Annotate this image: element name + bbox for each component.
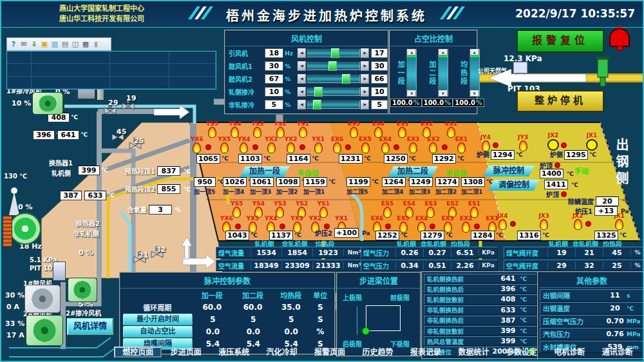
toolbar-icon[interactable]: ✉ bbox=[19, 40, 28, 49]
slider-up-arrow[interactable]: ▲ bbox=[439, 49, 448, 55]
param-value[interactable]: 60.0 bbox=[192, 303, 232, 312]
cooling-fan-2-icon[interactable] bbox=[68, 278, 97, 302]
burner-label: YX3 bbox=[290, 215, 303, 222]
slider-down-arrow[interactable]: ▼ bbox=[407, 90, 416, 97]
slider-left-arrow[interactable]: ◀ bbox=[298, 87, 306, 97]
fan-setpoint-box[interactable]: 17 bbox=[371, 48, 388, 58]
slider-right-arrow[interactable]: ▶ bbox=[361, 61, 369, 71]
nav-tab[interactable]: 汽化冷却 bbox=[258, 347, 305, 359]
burner: YS4 bbox=[229, 120, 241, 138]
param-value[interactable]: 5 bbox=[193, 315, 233, 324]
slider-right-arrow[interactable]: ▶ bbox=[361, 87, 369, 97]
blower-1-icon[interactable] bbox=[24, 285, 61, 313]
nav-tab[interactable]: 报警页面 bbox=[306, 347, 354, 359]
nav-tab[interactable]: 数据统计 bbox=[450, 347, 497, 359]
nav-tab[interactable]: 报表记录 bbox=[402, 347, 450, 359]
param-value[interactable]: 35.0 bbox=[273, 303, 308, 312]
fan-value-box[interactable]: 10 bbox=[265, 87, 284, 97]
toolbar-icon[interactable]: ▤ bbox=[61, 40, 70, 49]
nav-tab[interactable]: 通讯诊断 bbox=[594, 347, 641, 359]
red-dot bbox=[299, 144, 305, 150]
blower-2-icon[interactable] bbox=[26, 315, 63, 346]
nav-tab[interactable]: 步进页面 bbox=[162, 347, 209, 359]
burner-label: YX1 bbox=[335, 215, 348, 222]
nav-tab[interactable]: 电机诊断 bbox=[545, 347, 593, 359]
pulse-control-button[interactable]: 脉冲控制 bbox=[483, 166, 535, 176]
toolbar-icon[interactable]: ▣ bbox=[40, 40, 49, 49]
zone1-button[interactable]: 加热一段 bbox=[240, 166, 290, 177]
slider-thumb[interactable] bbox=[314, 87, 323, 97]
param-value[interactable]: 0.0 bbox=[193, 327, 233, 336]
param-label[interactable]: 最小开启时间 bbox=[123, 314, 193, 325]
duty-value-box[interactable]: 100.0% bbox=[453, 99, 484, 107]
burner: EX3 bbox=[407, 136, 419, 153]
burner-row-zone1-upper-top: YS5YS4YS3YS2YS1 bbox=[206, 120, 309, 138]
toolbar-icon[interactable]: ◫ bbox=[71, 40, 80, 49]
burner: JX3 bbox=[538, 213, 549, 230]
fan-setpoint-box[interactable]: 66 bbox=[371, 74, 388, 84]
temp-readout: 1103℃ bbox=[238, 154, 270, 164]
temp-readout: 1164℃ bbox=[287, 154, 319, 164]
toolbar-icon[interactable]: ▥ bbox=[50, 40, 59, 49]
fan-value-box[interactable]: 18 bbox=[265, 48, 284, 58]
fan-value-box[interactable]: 5 bbox=[265, 100, 284, 110]
fan-slider[interactable] bbox=[307, 88, 360, 96]
slider-right-arrow[interactable]: ▶ bbox=[361, 100, 369, 110]
cooling-fan-1-icon[interactable] bbox=[32, 92, 63, 115]
induced-draft-fan-icon[interactable] bbox=[9, 213, 41, 245]
param-value[interactable]: 5 bbox=[274, 315, 309, 324]
alarm-reset-button[interactable]: 报警复位 bbox=[516, 30, 604, 53]
fan-setpoint-box[interactable]: 10 bbox=[371, 87, 388, 97]
alarm-list[interactable] bbox=[6, 51, 216, 90]
fan-setpoint-box[interactable]: 5 bbox=[371, 100, 388, 110]
param-value[interactable]: 60.0 bbox=[232, 303, 273, 312]
red-dot bbox=[510, 221, 516, 227]
slider-left-arrow[interactable]: ◀ bbox=[298, 74, 306, 84]
slider-thumb[interactable] bbox=[331, 48, 339, 58]
slider-right-arrow[interactable]: ▶ bbox=[361, 48, 369, 58]
param-value[interactable]: 5 bbox=[233, 315, 274, 324]
fan-setpoint-box[interactable]: 30 bbox=[371, 61, 388, 71]
toolbar-icon[interactable]: ⇓ bbox=[30, 40, 39, 49]
slider-thumb[interactable] bbox=[342, 74, 350, 84]
bias-control-button[interactable]: 调偏控制 bbox=[488, 180, 540, 191]
toolbar-icon[interactable]: ▦ bbox=[81, 40, 90, 49]
fan-value-box[interactable]: 67 bbox=[265, 74, 284, 84]
duty-value-box[interactable]: 100.0% bbox=[390, 99, 422, 107]
burner: YX5 bbox=[218, 136, 231, 153]
duty-slider[interactable]: ▲ ▼ bbox=[438, 49, 448, 97]
slider-left-arrow[interactable]: ◀ bbox=[298, 61, 306, 71]
slider-up-arrow[interactable]: ▲ bbox=[407, 49, 416, 55]
slider-left-arrow[interactable]: ◀ bbox=[298, 48, 306, 58]
red-dot bbox=[385, 224, 391, 229]
param-value[interactable]: 0.0 bbox=[233, 327, 274, 336]
duty-value-box[interactable]: 100.0% bbox=[422, 99, 453, 107]
duty-slider[interactable]: ▲ ▼ bbox=[406, 49, 417, 97]
param-label[interactable]: 循环周期 bbox=[123, 302, 192, 312]
fan-slider[interactable] bbox=[307, 49, 360, 57]
slider-down-arrow[interactable]: ▼ bbox=[439, 90, 448, 97]
burner-label: EX6 bbox=[371, 215, 383, 222]
slider-right-arrow[interactable]: ▶ bbox=[361, 74, 369, 84]
nav-tab[interactable]: 燃控页面 bbox=[114, 347, 162, 357]
slider-thumb[interactable] bbox=[313, 100, 321, 110]
slider-up-arrow[interactable]: ▲ bbox=[470, 49, 479, 55]
slider-down-arrow[interactable]: ▼ bbox=[470, 90, 479, 97]
fan-value-box[interactable]: 30 bbox=[265, 61, 284, 71]
zone2-button[interactable]: 加热二段 bbox=[388, 166, 438, 177]
fan-detail-button[interactable]: 风机详情 bbox=[67, 318, 113, 335]
toolbar-icon[interactable]: ? bbox=[9, 40, 18, 49]
burner-label: YS3 bbox=[251, 120, 263, 127]
nav-tab[interactable]: 历史趋势 bbox=[354, 347, 401, 359]
slider-left-arrow[interactable]: ◀ bbox=[298, 100, 306, 110]
fan-slider[interactable] bbox=[307, 75, 360, 83]
nav-tab[interactable]: 液压系统 bbox=[210, 347, 258, 359]
nav-tab[interactable]: 参数设定 bbox=[498, 347, 545, 359]
param-value[interactable]: 0.0 bbox=[274, 327, 309, 336]
furnace-stop-button[interactable]: 整炉停机 bbox=[516, 90, 604, 112]
fan-slider[interactable] bbox=[307, 62, 360, 70]
slider-thumb[interactable] bbox=[328, 61, 337, 71]
fan-slider[interactable] bbox=[307, 100, 360, 109]
param-label[interactable]: 自动占空比 bbox=[123, 326, 193, 338]
toolbar-icon[interactable]: ▮ bbox=[91, 40, 100, 49]
